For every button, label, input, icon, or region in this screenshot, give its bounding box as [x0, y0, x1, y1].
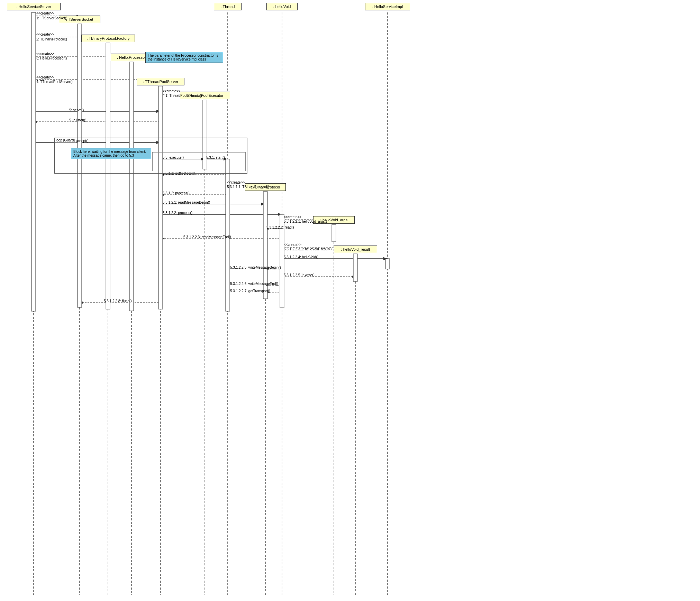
msg-41a: 4.1: ThreadPoolExecuto(): [163, 94, 202, 98]
msg-531222: 5.3.1.2.2.3: readMessageEnd(): [183, 235, 231, 239]
msg-531224: 5.3.1.2.2.4: helloVoid(): [284, 255, 318, 259]
msg-5312222: 5.3.1.2.2.2: read(): [266, 225, 294, 229]
msg-531223a: 5.3.1.2.2.3.1: helloVoid_result(): [284, 247, 331, 251]
msg-51: 5.1: listen(): [69, 118, 86, 122]
lifeline-tthreadpoolserver: : TThreadPoolServer: [137, 78, 184, 85]
msg-4a: 4: TThreadPoolServer(): [36, 80, 73, 84]
msg-531221a: 5.3.1.2.2.1: helloVoid_args(): [284, 220, 327, 223]
msg-2a: 2: TBinaryProtocol(): [36, 37, 67, 41]
msg-531226: 5.3.1.2.2.6: writeMessageEnd(): [230, 282, 278, 286]
msg-create5311: <<create>>: [227, 181, 245, 184]
msg-53122: 5.3.1.2.2: process(): [163, 211, 192, 215]
lifeline-hellovoidresult: : helloVoid_result: [334, 246, 377, 253]
svg-rect-37: [31, 12, 36, 311]
msg-5312: 5.3.1.2: process(): [163, 191, 190, 195]
loop-frame-label: loop [Guard]: [55, 138, 76, 143]
lifeline-helloserviceserver: : HelloServiceServer: [7, 3, 61, 10]
svg-rect-46: [332, 224, 336, 242]
msg-create531223: <<create>>: [284, 243, 301, 247]
msg-create41: <<create>>: [163, 89, 180, 93]
msg-531227: 5.3.1.2.2.7: getTransport(): [230, 289, 270, 293]
msg-1a: 1: _TServerSocket(): [36, 16, 67, 20]
svg-rect-41: [158, 86, 163, 309]
sequence-diagram: : HelloServiceServer : TServerSocket : T…: [0, 0, 700, 601]
svg-rect-39: [106, 43, 110, 309]
msg-531228: 5.3.1.2.2.8: flush(): [104, 299, 132, 303]
msg-531225: 5.3.1.2.2.5: writeMessageBegin(): [230, 266, 281, 269]
msg-53121: 5.3.1.2.1: readMessageBegin(): [163, 201, 210, 204]
note-processor-constructor: The parameter of the Processor construct…: [145, 52, 223, 63]
msg-3a: 3: Hello.Processor(): [36, 56, 67, 60]
msg-create1: <<create>>: [36, 11, 54, 15]
execution-frame: [152, 152, 246, 171]
msg-create3: <<create>>: [36, 52, 54, 56]
msg-create531221: <<create>>: [284, 215, 301, 219]
lifeline-thread: : Thread: [214, 3, 242, 10]
msg-5312251: 5.3.1.2.2.5.1: write(): [284, 273, 315, 277]
lifeline-tbinaryprotocolfactory: : TBinaryProtocol.Factory: [81, 35, 135, 42]
msg-5: 5: serve(): [69, 108, 84, 112]
svg-rect-48: [385, 259, 390, 269]
lifeline-hellovoid: : helloVoid: [266, 3, 298, 10]
svg-rect-40: [129, 62, 134, 311]
svg-rect-47: [353, 254, 357, 281]
msg-create2: <<create>>: [36, 33, 54, 36]
msg-53111a: 5.3.1.1.1: TBinaryProtocol(): [227, 185, 269, 189]
msg-create4: <<create>>: [36, 75, 54, 79]
lifeline-helloserviceimpl: : HelloServiceImpl: [365, 3, 410, 10]
